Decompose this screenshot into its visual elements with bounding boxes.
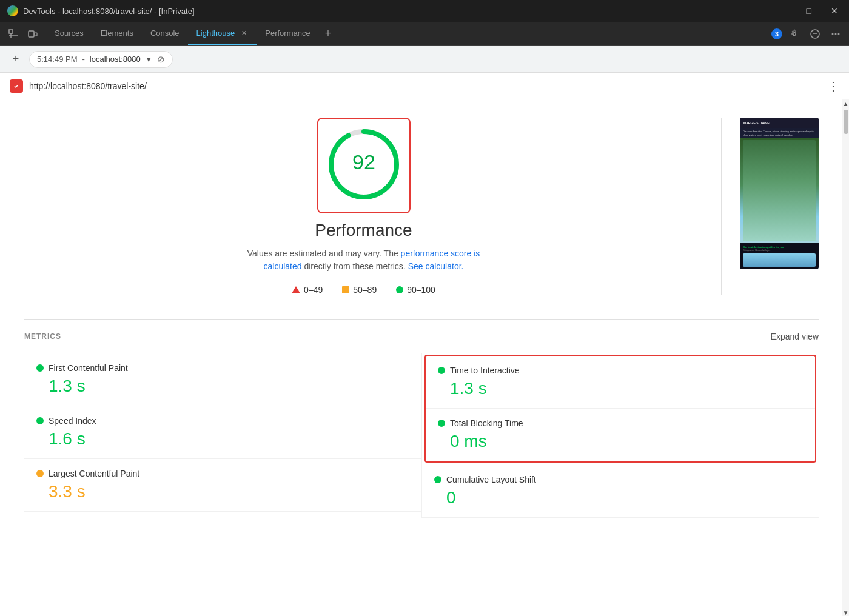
lcp-status-dot [36,470,44,477]
legend-average: 50–89 [342,285,377,295]
legend-fail: 0–49 [292,285,323,295]
nav-dropdown-icon[interactable]: ▼ [146,56,152,63]
tbt-value: 0 ms [438,432,803,451]
metrics-divider [24,319,819,320]
url-bar[interactable]: 5:14:49 PM - localhost:8080 ▼ ⊘ [29,51,173,68]
metric-tti: Time to Interactive 1.3 s [426,356,815,409]
site-screenshot: MARGIE'S TRAVEL ☰ Discover beautiful Cor… [740,118,819,269]
lcp-value: 3.3 s [36,482,409,501]
more-options-icon[interactable] [827,25,844,42]
fail-icon [292,286,300,293]
cls-status-dot [434,476,441,483]
see-calculator-link[interactable]: See calculator. [408,261,464,271]
tab-console[interactable]: Console [142,22,188,45]
svg-point-7 [814,33,816,34]
svg-rect-0 [9,30,13,33]
metrics-header: METRICS Expand view [24,332,819,341]
scrollbar: ▲ ▼ [842,99,849,616]
svg-text:92: 92 [352,150,375,173]
speed-index-header: Speed Index [36,416,409,426]
window-title: DevTools - localhost:8080/travel-site/ -… [23,7,195,16]
address-bar: http://localhost:8080/travel-site/ ⋮ [0,73,849,99]
metrics-left-col: First Contentful Paint 1.3 s Speed Index… [24,353,421,518]
legend-pass: 90–100 [396,285,435,295]
pass-icon [396,286,403,293]
svg-rect-4 [35,33,37,36]
score-legend: 0–49 50–89 90–100 [292,285,435,295]
maximize-button[interactable]: □ [803,5,815,17]
metric-tbt: Total Blocking Time 0 ms [426,409,815,461]
metrics-highlighted-group: Time to Interactive 1.3 s Total Blocking… [424,355,816,463]
fcp-header: First Contentful Paint [36,363,409,373]
cls-header: Cumulative Layout Shift [434,475,807,484]
bottom-divider [24,518,819,518]
svg-point-11 [838,33,840,35]
fcp-value: 1.3 s [36,377,409,396]
cls-value: 0 [434,488,807,507]
browser-icon [7,5,18,16]
site-favicon [10,79,23,93]
title-bar: DevTools - localhost:8080/travel-site/ -… [0,0,849,22]
performance-title: Performance [315,221,412,240]
metrics-section-label: METRICS [24,332,61,341]
new-tab-nav-button[interactable]: + [7,51,24,68]
scroll-down-button[interactable]: ▼ [843,609,849,616]
address-menu-button[interactable]: ⋮ [827,79,839,93]
svg-rect-3 [29,31,34,37]
tti-value: 1.3 s [438,379,803,398]
notification-badge: 3 [771,28,782,39]
close-button[interactable]: ✕ [827,5,842,17]
score-description: Values are estimated and may vary. The p… [237,247,491,273]
metrics-grid: First Contentful Paint 1.3 s Speed Index… [24,353,819,518]
inspect-element-button[interactable] [5,25,22,42]
page-url[interactable]: http://localhost:8080/travel-site/ [29,81,821,91]
close-lighthouse-tab[interactable]: ✕ [240,29,248,38]
feedback-icon[interactable] [807,25,824,42]
device-emulation-button[interactable] [24,25,41,42]
fcp-status-dot [36,364,44,372]
settings-icon[interactable] [786,25,803,42]
speed-index-label: Speed Index [49,416,96,426]
score-circle-wrapper: 92 [317,118,411,213]
lcp-header: Largest Contentful Paint [36,469,409,478]
minimize-button[interactable]: – [779,5,791,17]
nav-time: 5:14:49 PM [37,55,78,64]
cls-label: Cumulative Layout Shift [446,475,536,484]
tti-label: Time to Interactive [450,366,520,375]
speed-index-status-dot [36,417,44,424]
metric-cls: Cumulative Layout Shift 0 [422,465,819,518]
nav-stop-button[interactable]: ⊘ [157,54,165,65]
devtools-tabs-bar: Sources Elements Console Lighthouse ✕ Pe… [0,22,849,46]
tab-performance[interactable]: Performance [257,22,318,45]
nav-url: localhost:8080 [90,55,141,64]
fcp-label: First Contentful Paint [49,363,128,373]
svg-point-8 [816,33,817,34]
average-icon [342,286,349,293]
metric-lcp: Largest Contentful Paint 3.3 s [24,459,421,512]
tbt-label: Total Blocking Time [450,418,523,428]
tti-status-dot [438,367,445,374]
score-section: 92 Performance Values are estimated and … [24,118,819,295]
main-content: 92 Performance Values are estimated and … [0,99,849,616]
svg-point-9 [832,33,834,35]
svg-point-6 [813,33,814,34]
tbt-status-dot [438,420,445,427]
metric-speed-index: Speed Index 1.6 s [24,406,421,459]
performance-score-circle: 92 [324,125,403,204]
lcp-label: Largest Contentful Paint [49,469,139,478]
scrollbar-thumb[interactable] [844,110,848,134]
metric-fcp: First Contentful Paint 1.3 s [24,353,421,406]
metrics-right-col: Time to Interactive 1.3 s Total Blocking… [421,353,819,518]
expand-view-button[interactable]: Expand view [771,332,819,341]
add-tab-button[interactable]: + [319,22,338,45]
nav-bar: + 5:14:49 PM - localhost:8080 ▼ ⊘ [0,46,849,73]
tab-elements[interactable]: Elements [92,22,142,45]
section-divider-vertical [721,118,722,295]
tab-sources[interactable]: Sources [46,22,92,45]
tab-lighthouse[interactable]: Lighthouse ✕ [188,22,257,45]
speed-index-value: 1.6 s [36,429,409,449]
tbt-header: Total Blocking Time [438,418,803,428]
lighthouse-content: 92 Performance Values are estimated and … [0,99,849,616]
tti-header: Time to Interactive [438,366,803,375]
scroll-up-button[interactable]: ▲ [843,101,849,107]
